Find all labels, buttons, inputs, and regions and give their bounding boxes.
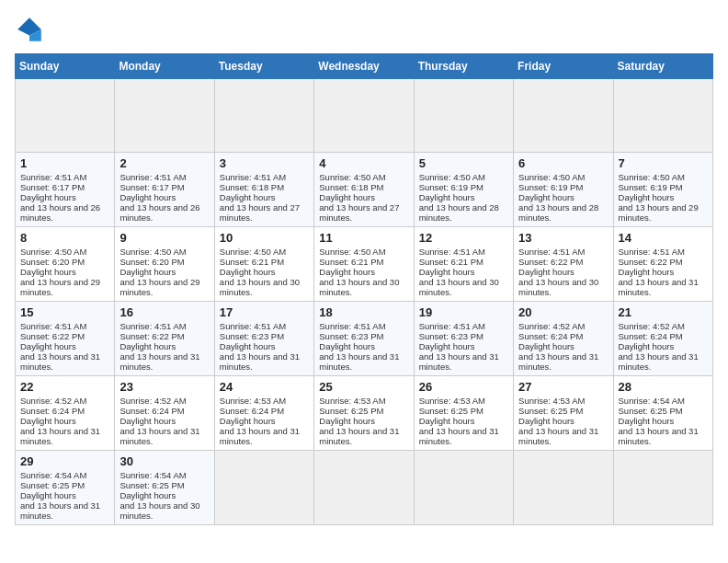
calendar-week-row: 22Sunrise: 4:52 AMSunset: 6:24 PMDayligh… — [16, 376, 713, 451]
header-monday: Monday — [115, 54, 214, 79]
cell-info: Sunrise: 4:51 AMSunset: 6:17 PMDaylight … — [20, 172, 100, 223]
calendar-cell: 19Sunrise: 4:51 AMSunset: 6:23 PMDayligh… — [414, 302, 513, 376]
calendar-cell: 18Sunrise: 4:51 AMSunset: 6:23 PMDayligh… — [314, 302, 414, 376]
calendar-cell — [115, 79, 214, 153]
calendar-cell — [16, 79, 115, 153]
cell-info: Sunrise: 4:51 AMSunset: 6:22 PMDaylight … — [619, 247, 699, 297]
day-number: 28 — [619, 380, 708, 394]
cell-info: Sunrise: 4:50 AMSunset: 6:20 PMDaylight … — [20, 247, 100, 297]
cell-info: Sunrise: 4:52 AMSunset: 6:24 PMDaylight … — [119, 396, 199, 446]
cell-info: Sunrise: 4:51 AMSunset: 6:23 PMDaylight … — [419, 321, 499, 372]
calendar-cell: 20Sunrise: 4:52 AMSunset: 6:24 PMDayligh… — [514, 302, 613, 376]
cell-info: Sunrise: 4:51 AMSunset: 6:22 PMDaylight … — [119, 321, 199, 372]
calendar-week-row: 8Sunrise: 4:50 AMSunset: 6:20 PMDaylight… — [16, 227, 713, 302]
day-number: 4 — [319, 156, 408, 170]
cell-info: Sunrise: 4:53 AMSunset: 6:24 PMDaylight … — [220, 396, 300, 446]
cell-info: Sunrise: 4:54 AMSunset: 6:25 PMDaylight … — [119, 470, 199, 521]
cell-info: Sunrise: 4:50 AMSunset: 6:19 PMDaylight … — [518, 172, 598, 223]
cell-info: Sunrise: 4:50 AMSunset: 6:20 PMDaylight … — [119, 247, 199, 297]
calendar-cell — [214, 79, 313, 153]
day-number: 7 — [619, 156, 708, 170]
calendar-cell: 9Sunrise: 4:50 AMSunset: 6:20 PMDaylight… — [115, 227, 214, 302]
cell-info: Sunrise: 4:52 AMSunset: 6:24 PMDaylight … — [518, 321, 598, 372]
calendar-week-row — [16, 79, 713, 153]
logo-icon — [15, 15, 44, 44]
calendar-cell — [414, 451, 513, 525]
cell-info: Sunrise: 4:54 AMSunset: 6:25 PMDaylight … — [619, 396, 699, 446]
calendar-cell: 7Sunrise: 4:50 AMSunset: 6:19 PMDaylight… — [613, 153, 712, 227]
cell-info: Sunrise: 4:50 AMSunset: 6:21 PMDaylight … — [220, 247, 300, 297]
header-tuesday: Tuesday — [214, 54, 313, 79]
calendar-cell: 6Sunrise: 4:50 AMSunset: 6:19 PMDaylight… — [514, 153, 613, 227]
calendar-cell: 16Sunrise: 4:51 AMSunset: 6:22 PMDayligh… — [115, 302, 214, 376]
day-number: 25 — [319, 380, 408, 394]
cell-info: Sunrise: 4:52 AMSunset: 6:24 PMDaylight … — [619, 321, 699, 372]
calendar-cell — [613, 79, 712, 153]
day-number: 3 — [220, 156, 309, 170]
calendar-cell: 21Sunrise: 4:52 AMSunset: 6:24 PMDayligh… — [613, 302, 712, 376]
cell-info: Sunrise: 4:51 AMSunset: 6:22 PMDaylight … — [518, 247, 598, 297]
day-number: 20 — [518, 305, 608, 319]
header-wednesday: Wednesday — [314, 54, 414, 79]
calendar-cell: 3Sunrise: 4:51 AMSunset: 6:18 PMDaylight… — [214, 153, 313, 227]
calendar-cell: 28Sunrise: 4:54 AMSunset: 6:25 PMDayligh… — [613, 376, 712, 451]
calendar-cell: 5Sunrise: 4:50 AMSunset: 6:19 PMDaylight… — [414, 153, 513, 227]
calendar-cell: 17Sunrise: 4:51 AMSunset: 6:23 PMDayligh… — [214, 302, 313, 376]
day-number: 15 — [20, 305, 109, 319]
day-number: 22 — [20, 380, 109, 394]
day-number: 24 — [220, 380, 309, 394]
calendar-cell: 15Sunrise: 4:51 AMSunset: 6:22 PMDayligh… — [16, 302, 115, 376]
day-number: 12 — [419, 231, 508, 245]
day-number: 8 — [20, 231, 109, 245]
cell-info: Sunrise: 4:51 AMSunset: 6:17 PMDaylight … — [119, 172, 199, 223]
header-saturday: Saturday — [613, 54, 712, 79]
day-number: 11 — [319, 231, 408, 245]
cell-info: Sunrise: 4:51 AMSunset: 6:23 PMDaylight … — [319, 321, 399, 372]
header-friday: Friday — [514, 54, 613, 79]
day-number: 13 — [518, 231, 608, 245]
calendar-cell: 29Sunrise: 4:54 AMSunset: 6:25 PMDayligh… — [16, 451, 115, 525]
cell-info: Sunrise: 4:51 AMSunset: 6:23 PMDaylight … — [220, 321, 300, 372]
day-number: 5 — [419, 156, 508, 170]
day-number: 26 — [419, 380, 508, 394]
day-number: 27 — [518, 380, 608, 394]
page-header — [15, 15, 713, 44]
cell-info: Sunrise: 4:51 AMSunset: 6:21 PMDaylight … — [419, 247, 499, 297]
day-number: 23 — [119, 380, 209, 394]
calendar-table: SundayMondayTuesdayWednesdayThursdayFrid… — [15, 53, 713, 525]
cell-info: Sunrise: 4:53 AMSunset: 6:25 PMDaylight … — [419, 396, 499, 446]
calendar-week-row: 29Sunrise: 4:54 AMSunset: 6:25 PMDayligh… — [16, 451, 713, 525]
cell-info: Sunrise: 4:51 AMSunset: 6:22 PMDaylight … — [20, 321, 100, 372]
day-number: 21 — [619, 305, 708, 319]
day-number: 9 — [119, 231, 209, 245]
cell-info: Sunrise: 4:50 AMSunset: 6:21 PMDaylight … — [319, 247, 399, 297]
calendar-cell: 24Sunrise: 4:53 AMSunset: 6:24 PMDayligh… — [214, 376, 313, 451]
calendar-cell: 27Sunrise: 4:53 AMSunset: 6:25 PMDayligh… — [514, 376, 613, 451]
logo — [15, 15, 50, 44]
calendar-week-row: 15Sunrise: 4:51 AMSunset: 6:22 PMDayligh… — [16, 302, 713, 376]
day-number: 10 — [220, 231, 309, 245]
calendar-cell — [514, 451, 613, 525]
calendar-cell: 26Sunrise: 4:53 AMSunset: 6:25 PMDayligh… — [414, 376, 513, 451]
cell-info: Sunrise: 4:50 AMSunset: 6:19 PMDaylight … — [619, 172, 699, 223]
calendar-cell: 2Sunrise: 4:51 AMSunset: 6:17 PMDaylight… — [115, 153, 214, 227]
day-number: 18 — [319, 305, 408, 319]
header-sunday: Sunday — [16, 54, 115, 79]
day-number: 2 — [119, 156, 209, 170]
cell-info: Sunrise: 4:52 AMSunset: 6:24 PMDaylight … — [20, 396, 100, 446]
calendar-cell — [514, 79, 613, 153]
calendar-cell: 8Sunrise: 4:50 AMSunset: 6:20 PMDaylight… — [16, 227, 115, 302]
calendar-cell: 1Sunrise: 4:51 AMSunset: 6:17 PMDaylight… — [16, 153, 115, 227]
day-number: 30 — [119, 454, 209, 468]
calendar-cell: 23Sunrise: 4:52 AMSunset: 6:24 PMDayligh… — [115, 376, 214, 451]
cell-info: Sunrise: 4:50 AMSunset: 6:19 PMDaylight … — [419, 172, 499, 223]
day-number: 16 — [119, 305, 209, 319]
calendar-cell: 13Sunrise: 4:51 AMSunset: 6:22 PMDayligh… — [514, 227, 613, 302]
calendar-cell: 11Sunrise: 4:50 AMSunset: 6:21 PMDayligh… — [314, 227, 414, 302]
calendar-cell: 25Sunrise: 4:53 AMSunset: 6:25 PMDayligh… — [314, 376, 414, 451]
calendar-cell — [214, 451, 313, 525]
day-number: 14 — [619, 231, 708, 245]
cell-info: Sunrise: 4:53 AMSunset: 6:25 PMDaylight … — [319, 396, 399, 446]
calendar-cell: 14Sunrise: 4:51 AMSunset: 6:22 PMDayligh… — [613, 227, 712, 302]
calendar-cell: 22Sunrise: 4:52 AMSunset: 6:24 PMDayligh… — [16, 376, 115, 451]
